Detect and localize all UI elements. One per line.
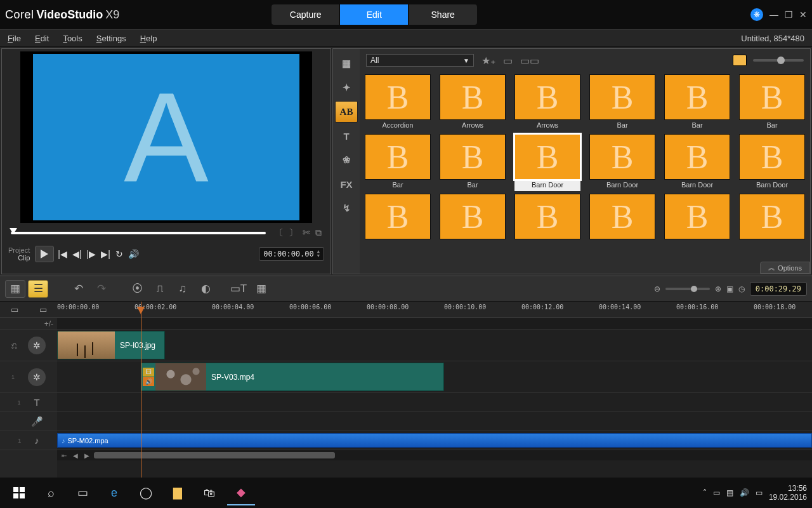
library-item[interactable]: BBarn Door bbox=[589, 134, 655, 191]
preview-timecode[interactable]: 00:00:00.00 ▲▼ bbox=[259, 247, 324, 261]
library-item[interactable]: B bbox=[664, 194, 730, 251]
marker-lane[interactable] bbox=[57, 318, 812, 330]
scroll-left-icon[interactable]: ◀ bbox=[71, 452, 80, 459]
clock[interactable]: 13:56 19.02.2016 bbox=[769, 484, 807, 502]
store-icon[interactable]: 🛍 bbox=[195, 480, 223, 505]
mode-project-label[interactable]: Project bbox=[8, 246, 30, 254]
playhead[interactable] bbox=[141, 302, 141, 478]
project-duration[interactable]: 0:00:29.29 bbox=[750, 282, 807, 296]
transitions-icon[interactable]: AB bbox=[335, 101, 358, 123]
library-item[interactable]: BArrows bbox=[514, 74, 580, 131]
storyboard-view-button[interactable]: ▦ bbox=[5, 280, 25, 298]
mode-clip-label[interactable]: Clip bbox=[8, 254, 30, 262]
preview-canvas[interactable]: A bbox=[20, 51, 312, 223]
auto-music-icon[interactable]: ♫ bbox=[173, 280, 193, 298]
battery-icon[interactable]: ▭ bbox=[713, 488, 720, 497]
expand-icon[interactable]: ⧉ bbox=[315, 227, 322, 239]
file-explorer-icon[interactable]: ▇ bbox=[164, 480, 192, 505]
library-item[interactable]: BBar bbox=[589, 74, 655, 131]
cloud-icon[interactable]: ❋ bbox=[750, 8, 763, 21]
library-item[interactable]: BBarn Door bbox=[664, 134, 730, 191]
voice-track[interactable] bbox=[57, 412, 812, 431]
library-item[interactable]: BBar bbox=[664, 74, 730, 131]
next-frame-icon[interactable]: |▶ bbox=[87, 249, 96, 259]
timeline-scrollbar[interactable]: ⇤ ◀ ▶ bbox=[57, 450, 812, 460]
video-track-1-header[interactable]: ⎌✲ bbox=[0, 330, 57, 361]
library-item[interactable]: BAccordion bbox=[365, 74, 431, 131]
prev-frame-icon[interactable]: ◀| bbox=[72, 249, 82, 259]
edge-icon[interactable]: e bbox=[100, 480, 128, 505]
tray-expand-icon[interactable]: ˄ bbox=[703, 488, 707, 497]
subtitle-icon[interactable]: ▭T bbox=[228, 280, 249, 298]
task-view-icon[interactable]: ▭ bbox=[69, 480, 96, 505]
apply-one-icon[interactable]: ▭ bbox=[503, 55, 513, 67]
clip-video2[interactable]: 🎞🔊 SP-V03.mp4 bbox=[141, 363, 444, 391]
minimize-icon[interactable]: — bbox=[769, 10, 778, 20]
library-item[interactable]: B bbox=[365, 194, 431, 251]
multi-view-icon[interactable]: ▦ bbox=[251, 280, 272, 298]
video-track-1[interactable]: SP-I03.jpg bbox=[57, 330, 812, 361]
title-track[interactable] bbox=[57, 393, 812, 412]
scrubber[interactable]: 〔 〕 ✄ ⧉ bbox=[2, 225, 331, 241]
mark-out-icon[interactable]: 〕 bbox=[289, 227, 298, 239]
scrollbar-thumb[interactable] bbox=[94, 452, 335, 458]
library-item[interactable]: B bbox=[739, 194, 805, 251]
music-track[interactable]: ♪ SP-M02.mpa bbox=[57, 431, 812, 450]
record-icon[interactable]: ⦿ bbox=[127, 280, 147, 298]
videostudio-taskbar-icon[interactable]: ◆ bbox=[227, 480, 255, 505]
library-item[interactable]: BBar bbox=[440, 134, 506, 191]
video-track-2[interactable]: 🎞🔊 SP-V03.mp4 bbox=[57, 361, 812, 393]
volume-tray-icon[interactable]: 🔊 bbox=[740, 488, 749, 497]
menu-edit[interactable]: Edit bbox=[35, 34, 49, 43]
filter-fx-icon[interactable]: FX bbox=[333, 173, 360, 195]
steam-icon[interactable]: ◯ bbox=[132, 480, 160, 505]
close-icon[interactable]: ✕ bbox=[799, 10, 807, 20]
library-item[interactable]: BBarn Door bbox=[739, 134, 805, 191]
library-item[interactable]: BBar bbox=[739, 74, 805, 131]
library-item[interactable]: BBarn Door bbox=[514, 134, 580, 191]
library-item[interactable]: B bbox=[514, 194, 580, 251]
network-icon[interactable]: ▤ bbox=[726, 488, 733, 497]
tab-share[interactable]: Share bbox=[409, 4, 477, 25]
timeline-view-button[interactable]: ☰ bbox=[28, 280, 48, 298]
title-track-header[interactable]: 1T bbox=[0, 393, 57, 412]
audio-mixer-icon[interactable]: ⎍ bbox=[150, 280, 170, 298]
loop-icon[interactable]: ↻ bbox=[115, 249, 123, 259]
action-center-icon[interactable]: ▭ bbox=[756, 488, 763, 497]
fx-sparkle-icon[interactable]: ✦ bbox=[333, 77, 360, 98]
path-icon[interactable]: ↯ bbox=[333, 197, 360, 219]
library-item[interactable]: BArrows bbox=[440, 74, 506, 131]
go-end-icon[interactable]: ▶| bbox=[101, 249, 110, 259]
scissors-icon[interactable]: ✄ bbox=[303, 227, 310, 239]
clip-video1[interactable]: SP-I03.jpg bbox=[57, 331, 165, 359]
play-button[interactable] bbox=[35, 246, 54, 262]
menu-settings[interactable]: Settings bbox=[96, 34, 126, 43]
music-track-header[interactable]: 1♪ bbox=[0, 431, 57, 450]
favorite-icon[interactable]: ★₊ bbox=[481, 55, 495, 67]
mark-in-icon[interactable]: 〔 bbox=[275, 227, 284, 239]
library-filter-dropdown[interactable]: All ▼ bbox=[366, 54, 474, 67]
graphic-icon[interactable]: ❀ bbox=[333, 149, 360, 171]
undo-icon[interactable]: ↶ bbox=[69, 280, 89, 298]
voice-track-header[interactable]: 🎤 bbox=[0, 412, 57, 431]
add-marker-icon[interactable]: +/- bbox=[0, 318, 57, 330]
start-menu-icon[interactable] bbox=[5, 480, 33, 505]
options-panel-toggle[interactable]: ︽ Options bbox=[760, 262, 810, 274]
thumbnail-size-slider[interactable] bbox=[753, 59, 804, 62]
redo-icon[interactable]: ↷ bbox=[91, 280, 112, 298]
menu-file[interactable]: File bbox=[8, 34, 21, 43]
media-icon[interactable]: ▦ bbox=[333, 53, 360, 74]
zoom-out-icon[interactable]: ⊖ bbox=[654, 284, 660, 293]
go-start-icon[interactable]: |◀ bbox=[58, 249, 67, 259]
video-track-2-header[interactable]: 1✲ bbox=[0, 361, 57, 393]
tab-edit[interactable]: Edit bbox=[340, 4, 409, 25]
thumbnail-view-button[interactable] bbox=[733, 55, 747, 66]
toggle-track-mode-b-icon[interactable]: ▭ bbox=[29, 302, 57, 318]
tab-capture[interactable]: Capture bbox=[272, 4, 340, 25]
library-item[interactable]: B bbox=[440, 194, 506, 251]
library-item[interactable]: B bbox=[589, 194, 655, 251]
timeline-ruler[interactable]: 00:00:00.0000:00:02.0000:00:04.0000:00:0… bbox=[57, 302, 812, 318]
menu-help[interactable]: Help bbox=[140, 34, 157, 43]
zoom-slider[interactable] bbox=[665, 288, 710, 290]
toggle-track-mode-a-icon[interactable]: ▭ bbox=[0, 302, 29, 318]
